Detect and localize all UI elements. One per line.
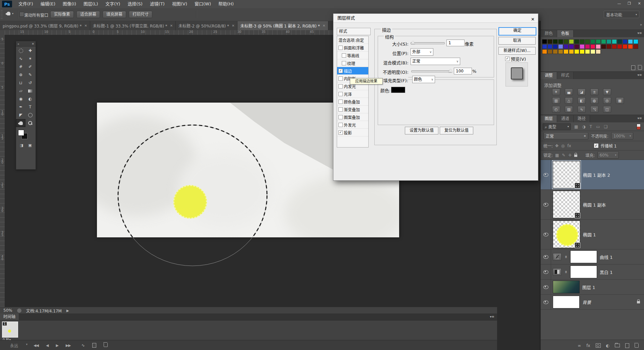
menu-item[interactable]: 帮助(H)	[215, 0, 237, 8]
color-swatch[interactable]	[606, 39, 611, 44]
color-swatch[interactable]	[569, 44, 574, 49]
eraser-tool[interactable]: ▱	[16, 87, 25, 95]
play-button[interactable]: ▶	[56, 343, 58, 348]
fill-select[interactable]: 60% ▾	[597, 152, 619, 159]
toolbox-close-icon[interactable]: ✕	[32, 42, 34, 46]
workspace-switcher[interactable]: 基本功能 ▾	[604, 11, 639, 18]
blend-mode-select[interactable]: 正常 ≑	[543, 132, 588, 139]
color-swatch[interactable]	[553, 44, 558, 49]
stroke-color-swatch[interactable]	[391, 87, 405, 93]
preview-checkbox[interactable]: ✓	[505, 57, 509, 61]
adjustment-icon[interactable]: ▄	[565, 89, 573, 95]
close-button[interactable]: ✕	[637, 0, 642, 7]
color-swatch[interactable]	[617, 44, 622, 49]
screen-mode-icon[interactable]: ▣	[28, 143, 32, 148]
pen-tool[interactable]: ✒	[16, 103, 25, 111]
style-item[interactable]: 等高线	[337, 52, 368, 59]
color-swatch[interactable]	[553, 49, 558, 54]
menu-item[interactable]: 窗口(W)	[191, 0, 215, 8]
lock-kind-icon[interactable]: ✎	[562, 153, 565, 158]
color-swatch[interactable]	[580, 39, 585, 44]
cancel-button[interactable]: 取消	[498, 37, 536, 45]
style-checkbox[interactable]: ✓	[338, 130, 343, 135]
style-checkbox[interactable]	[338, 107, 343, 112]
document-tab[interactable]: pingpou.psd @ 33.3% (图层 9, RGB/8) *✕	[0, 21, 90, 30]
layer-thumbnail[interactable]	[553, 221, 580, 248]
lasso-tool[interactable]: ∿	[16, 55, 25, 63]
color-swatch[interactable]	[542, 49, 547, 54]
color-swatch[interactable]	[623, 39, 628, 44]
opacity-input[interactable]: 100	[454, 68, 472, 74]
color-swatch[interactable]	[606, 44, 611, 49]
color-swatch[interactable]	[553, 39, 558, 44]
eye-cell[interactable]	[541, 249, 551, 264]
tween-icon[interactable]: ∿	[82, 343, 85, 348]
layer-row[interactable]: 椭圆 1 副本 2	[541, 160, 644, 190]
maximize-button[interactable]: ❐	[627, 0, 632, 7]
color-swatch[interactable]	[542, 44, 547, 49]
clone-stamp-tool[interactable]: ⊔	[16, 79, 25, 87]
style-item[interactable]: 颜色叠加	[337, 98, 368, 106]
trash-icon[interactable]	[635, 344, 639, 348]
minimize-button[interactable]: —	[616, 0, 622, 7]
tab-timeline[interactable]: 时间轴	[0, 313, 19, 320]
filter-icon[interactable]: ❏	[604, 124, 608, 129]
options-button[interactable]: 填充屏幕	[103, 11, 126, 18]
unify-icon[interactable]: fx	[568, 143, 571, 148]
dodge-tool[interactable]: ◐	[25, 95, 35, 103]
style-item[interactable]: 图案叠加	[337, 113, 368, 121]
adjustment-icon[interactable]: ◫	[603, 106, 611, 113]
style-item[interactable]: ✓投影	[337, 129, 368, 136]
unify-icon[interactable]: ◎	[561, 143, 565, 148]
menu-item[interactable]: 选择(S)	[124, 0, 146, 8]
menu-item[interactable]: 文字(Y)	[102, 0, 124, 8]
style-item[interactable]: 渐变叠加	[337, 106, 368, 113]
layer-row[interactable]: 图层 1	[541, 280, 644, 295]
lock-all-icon[interactable]	[574, 155, 577, 157]
adjustment-icon[interactable]: ◍	[590, 97, 598, 104]
set-default-button[interactable]: 设置为默认值	[405, 127, 438, 134]
color-swatch[interactable]	[547, 39, 552, 44]
style-checkbox[interactable]	[342, 53, 346, 58]
color-swatch[interactable]	[596, 49, 601, 54]
healing-brush-tool[interactable]: ⊕	[16, 71, 25, 79]
color-swatch[interactable]	[558, 49, 563, 54]
fill-type-select[interactable]: 颜色 ∨	[412, 76, 435, 83]
elliptical-marquee-tool[interactable]	[16, 47, 25, 55]
new-icon[interactable]	[631, 65, 635, 70]
options-button[interactable]: 打印尺寸	[129, 11, 152, 18]
color-swatch[interactable]	[596, 44, 601, 49]
color-swatch[interactable]	[601, 39, 606, 44]
collapse-panels-icon[interactable]: »	[640, 23, 641, 26]
move-tool[interactable]: ✚	[25, 47, 35, 55]
color-swatch[interactable]	[564, 49, 569, 54]
color-swatch[interactable]	[564, 39, 569, 44]
tab-close-icon[interactable]: ✕	[323, 24, 325, 27]
style-checkbox[interactable]	[338, 115, 343, 119]
blur-tool[interactable]: ◉	[16, 95, 25, 103]
menu-item[interactable]: 图层(L)	[80, 0, 102, 8]
color-swatch[interactable]	[558, 39, 563, 44]
layer-thumbnail[interactable]	[570, 266, 597, 278]
adjustment-icon[interactable]: ∿	[578, 106, 586, 113]
options-button[interactable]: 实际像素	[50, 11, 74, 18]
color-swatch[interactable]	[628, 39, 633, 44]
adjustment-icon[interactable]: ±	[590, 89, 598, 95]
style-item[interactable]: 纹理	[337, 59, 368, 67]
color-swatch[interactable]	[617, 39, 622, 44]
color-swatch[interactable]	[585, 49, 590, 54]
eye-cell[interactable]	[541, 280, 551, 294]
style-checkbox[interactable]	[338, 46, 343, 50]
opacity-slider-thumb[interactable]	[448, 69, 452, 72]
layer-thumbnail[interactable]	[570, 250, 597, 263]
color-swatch[interactable]	[574, 39, 579, 44]
dialog-title-bar[interactable]: 图层样式 ✕	[333, 14, 538, 23]
style-item[interactable]: ✓描边	[337, 67, 368, 75]
brush-tool[interactable]: ✎	[25, 71, 35, 79]
type-tool[interactable]: T	[25, 103, 35, 111]
menu-item[interactable]: 图像(I)	[59, 0, 80, 8]
layer-row[interactable]: ∞曲线 1	[541, 249, 644, 265]
eyedropper-tool[interactable]: ✐	[25, 63, 35, 71]
toolbox-collapse-icon[interactable]: «	[17, 42, 19, 46]
menu-item[interactable]: 视图(V)	[168, 0, 191, 8]
